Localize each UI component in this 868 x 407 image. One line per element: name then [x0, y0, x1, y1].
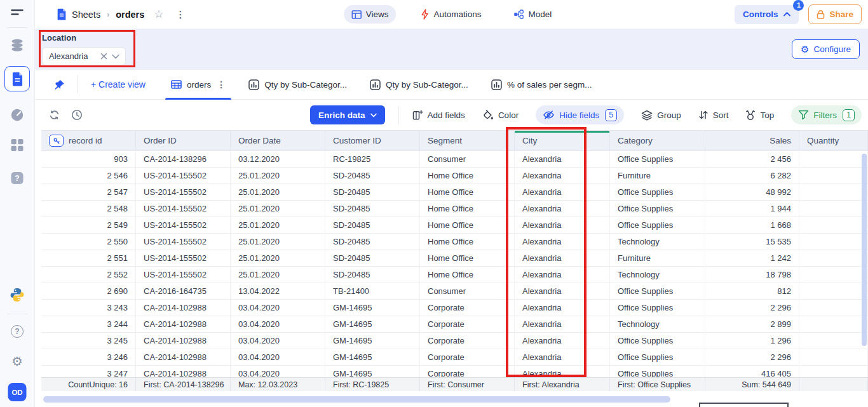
cell-order-date[interactable]: 03.04.2020: [231, 349, 325, 365]
cell-segment[interactable]: Corporate: [420, 300, 515, 316]
cell-customer-id[interactable]: GM-14695: [325, 300, 420, 316]
summary-sales[interactable]: Sum: 544 649: [705, 378, 799, 391]
cell-customer-id[interactable]: SD-20485: [325, 217, 420, 233]
add-fields-button[interactable]: Add fields: [412, 105, 465, 124]
cell-category[interactable]: Office Supplies: [610, 349, 705, 365]
cell-order-id[interactable]: CA-2014-102988: [136, 316, 231, 332]
cell-order-date[interactable]: 25.01.2020: [231, 184, 325, 200]
pin-icon[interactable]: [54, 79, 65, 90]
cell-quantity[interactable]: [799, 201, 868, 217]
create-view-button[interactable]: + Create view: [91, 79, 146, 90]
cell-city[interactable]: Alexandria: [515, 184, 610, 200]
cell-segment[interactable]: Home Office: [420, 168, 515, 183]
summary-order-date[interactable]: Max: 12.03.2023: [231, 378, 325, 391]
cell-order-date[interactable]: 13.04.2022: [231, 283, 325, 299]
cell-order-date[interactable]: 03.04.2020: [231, 333, 325, 349]
history-clock-icon[interactable]: [71, 109, 83, 121]
cell-record-id[interactable]: 3 244: [41, 316, 136, 332]
nav-model[interactable]: Model: [506, 5, 560, 23]
cell-segment[interactable]: Home Office: [420, 184, 515, 200]
column-header-category[interactable]: Category: [610, 131, 705, 150]
cell-order-id[interactable]: US-2014-155502: [136, 184, 231, 200]
cell-record-id[interactable]: 3 246: [41, 349, 136, 365]
cell-segment[interactable]: Home Office: [420, 234, 515, 250]
settings-gear-icon[interactable]: ⚙: [11, 355, 23, 368]
cell-category[interactable]: Office Supplies: [610, 333, 705, 349]
cell-segment[interactable]: Corporate: [420, 316, 515, 332]
horizontal-scrollbar[interactable]: [43, 396, 670, 403]
summary-customer-id[interactable]: First: RC-19825: [325, 378, 420, 391]
cell-segment[interactable]: Corporate: [420, 366, 515, 377]
group-button[interactable]: Group: [641, 105, 681, 124]
cell-customer-id[interactable]: SD-20485: [325, 250, 420, 266]
apps-grid-icon[interactable]: [11, 138, 24, 152]
cell-customer-id[interactable]: GM-14695: [325, 333, 420, 349]
chevron-down-icon[interactable]: [112, 54, 119, 59]
column-header-city[interactable]: City: [515, 131, 610, 150]
cell-order-id[interactable]: US-2014-155502: [136, 201, 231, 217]
cell-segment[interactable]: Corporate: [420, 349, 515, 365]
cell-quantity[interactable]: [799, 267, 868, 283]
cell-quantity[interactable]: [799, 366, 868, 377]
summary-category[interactable]: First: Office Supplies: [610, 378, 705, 391]
cell-order-id[interactable]: US-2014-155502: [136, 168, 231, 183]
share-button[interactable]: Share: [808, 4, 862, 24]
cell-segment[interactable]: Home Office: [420, 201, 515, 217]
cell-segment[interactable]: Consumer: [420, 151, 515, 167]
tab-qty-by-subcategory-2[interactable]: Qty by Sub-Categor...: [370, 70, 468, 100]
cell-order-date[interactable]: 03.04.2020: [231, 366, 325, 377]
controls-button[interactable]: Controls 1: [735, 5, 799, 24]
cell-category[interactable]: Furniture: [610, 168, 705, 183]
nav-automations[interactable]: Automations: [413, 5, 489, 23]
cell-category[interactable]: Office Supplies: [610, 184, 705, 200]
cell-category[interactable]: Technology: [610, 267, 705, 283]
summary-quantity[interactable]: [799, 378, 868, 391]
help-square-icon[interactable]: ?: [11, 172, 24, 184]
cell-city[interactable]: Alexandria: [515, 349, 610, 365]
user-avatar[interactable]: OD: [8, 383, 27, 401]
cell-sales[interactable]: 416 405: [705, 366, 799, 377]
enrich-data-button[interactable]: Enrich data: [310, 105, 385, 124]
cell-customer-id[interactable]: GM-14695: [325, 316, 420, 332]
cell-order-date[interactable]: 25.01.2020: [231, 168, 325, 183]
summary-record-id[interactable]: CountUnique: 16: [41, 378, 136, 391]
cell-order-id[interactable]: CA-2016-164735: [136, 283, 231, 299]
sidebar-item-sheets[interactable]: [4, 66, 30, 91]
cell-city[interactable]: Alexandria: [515, 267, 610, 283]
cell-record-id[interactable]: 3 245: [41, 333, 136, 349]
cell-city[interactable]: Alexandria: [515, 151, 610, 167]
cell-record-id[interactable]: 2 549: [41, 217, 136, 233]
cell-quantity[interactable]: [799, 151, 868, 167]
tab-orders[interactable]: orders ⋮: [171, 70, 226, 100]
cell-sales[interactable]: 1 668: [705, 217, 799, 233]
cell-record-id[interactable]: 2 551: [41, 250, 136, 266]
favorite-star-icon[interactable]: ☆: [154, 8, 163, 21]
cell-order-id[interactable]: US-2014-155502: [136, 234, 231, 250]
cell-quantity[interactable]: [799, 316, 868, 332]
cell-quantity[interactable]: [799, 250, 868, 266]
breadcrumb-app[interactable]: Sheets: [72, 10, 100, 20]
collapse-sidebar-icon[interactable]: [11, 9, 24, 18]
tab-qty-by-subcategory-1[interactable]: Qty by Sub-Categor...: [248, 70, 347, 100]
cell-sales[interactable]: 6 282: [705, 168, 799, 183]
cell-order-id[interactable]: CA-2014-102988: [136, 349, 231, 365]
cell-segment[interactable]: Corporate: [420, 333, 515, 349]
cell-segment[interactable]: Consumer: [420, 283, 515, 299]
cell-city[interactable]: Alexandria: [515, 283, 610, 299]
cell-city[interactable]: Alexandria: [515, 300, 610, 316]
cell-category[interactable]: Technology: [610, 316, 705, 332]
cell-record-id[interactable]: 3 243: [41, 300, 136, 316]
cell-record-id[interactable]: 903: [41, 151, 136, 167]
cell-quantity[interactable]: [799, 217, 868, 233]
vertical-scrollbar[interactable]: [862, 154, 867, 346]
cell-category[interactable]: Office Supplies: [610, 300, 705, 316]
column-header-order-id[interactable]: Order ID: [136, 131, 231, 150]
cell-city[interactable]: Alexandria: [515, 217, 610, 233]
cell-quantity[interactable]: [799, 234, 868, 250]
cell-customer-id[interactable]: SD-20485: [325, 184, 420, 200]
cell-segment[interactable]: Home Office: [420, 267, 515, 283]
tab-sales-per-segment[interactable]: % of sales per segm...: [491, 70, 592, 100]
cell-order-id[interactable]: US-2014-155502: [136, 267, 231, 283]
summary-segment[interactable]: First: Consumer: [420, 378, 515, 391]
cell-quantity[interactable]: [799, 349, 868, 365]
